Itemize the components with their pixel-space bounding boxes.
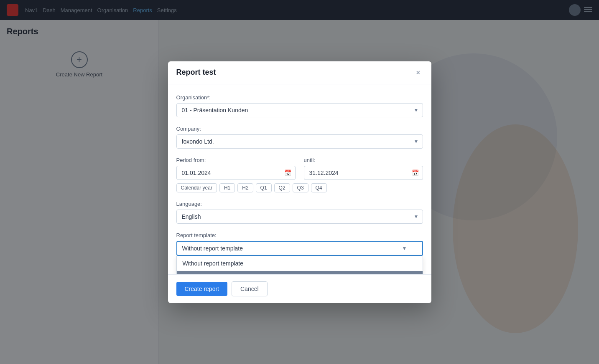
period-btn-q4[interactable]: Q4: [311, 183, 327, 192]
organisation-select[interactable]: 01 - Präsentation Kunden: [176, 103, 423, 117]
modal-overlay: Report test × Organisation*: 01 - Präsen…: [0, 0, 599, 364]
template-select-arrow: ▼: [402, 245, 407, 251]
period-btn-q3[interactable]: Q3: [293, 183, 308, 192]
period-btn-h2[interactable]: H2: [237, 183, 253, 192]
modal-footer: Create report Cancel: [168, 274, 431, 303]
language-label: Language:: [176, 201, 423, 207]
company-select[interactable]: foxondo Ltd.: [176, 134, 423, 149]
modal-dialog: Report test × Organisation*: 01 - Präsen…: [168, 61, 431, 303]
template-option-without[interactable]: Without report template: [177, 256, 423, 271]
period-from-input[interactable]: [176, 166, 296, 180]
report-template-label: Report template:: [176, 232, 423, 238]
create-report-button[interactable]: Create report: [176, 282, 227, 296]
template-option-annual[interactable]: Annual data protection report: [177, 271, 423, 274]
date-row: Period from: 📅 until: 📅: [176, 157, 423, 180]
period-from-group: Period from: 📅: [176, 157, 296, 180]
report-template-field-group: Report template: Without report template…: [176, 232, 423, 256]
company-field-group: Company: foxondo Ltd. ▼: [176, 126, 423, 149]
period-until-wrapper: 📅: [304, 166, 423, 180]
modal-header: Report test ×: [168, 61, 431, 84]
template-selected-value: Without report template: [182, 245, 243, 252]
template-select-wrapper: Without report template ▼ Without report…: [176, 241, 423, 256]
period-until-group: until: 📅: [304, 157, 423, 180]
period-until-input[interactable]: [304, 166, 423, 180]
template-option-without-label: Without report template: [183, 260, 244, 267]
organisation-select-wrapper: 01 - Präsentation Kunden ▼: [176, 103, 423, 117]
template-select-field[interactable]: Without report template ▼: [176, 241, 423, 256]
period-btn-q1[interactable]: Q1: [256, 183, 272, 192]
modal-body: Organisation*: 01 - Präsentation Kunden …: [168, 84, 431, 274]
language-field-group: Language: English ▼: [176, 201, 423, 224]
template-dropdown: Without report template Annual data prot…: [176, 256, 423, 274]
period-until-label: until:: [304, 157, 423, 163]
modal-close-button[interactable]: ×: [413, 68, 423, 77]
company-label: Company:: [176, 126, 423, 132]
period-field-group: Period from: 📅 until: 📅: [176, 157, 423, 192]
period-from-wrapper: 📅: [176, 166, 296, 180]
modal-title: Report test: [176, 68, 216, 77]
period-btn-calendar-year[interactable]: Calendar year: [176, 183, 217, 192]
period-buttons: Calendar year H1 H2 Q1 Q2 Q3 Q4: [176, 183, 423, 192]
period-from-label: Period from:: [176, 157, 296, 163]
cancel-button[interactable]: Cancel: [232, 281, 268, 296]
company-select-wrapper: foxondo Ltd. ▼: [176, 134, 423, 149]
language-select-wrapper: English ▼: [176, 210, 423, 224]
organisation-label: Organisation*:: [176, 94, 423, 101]
period-btn-h1[interactable]: H1: [219, 183, 235, 192]
language-select[interactable]: English: [176, 210, 423, 224]
organisation-field-group: Organisation*: 01 - Präsentation Kunden …: [176, 94, 423, 117]
period-btn-q2[interactable]: Q2: [274, 183, 290, 192]
